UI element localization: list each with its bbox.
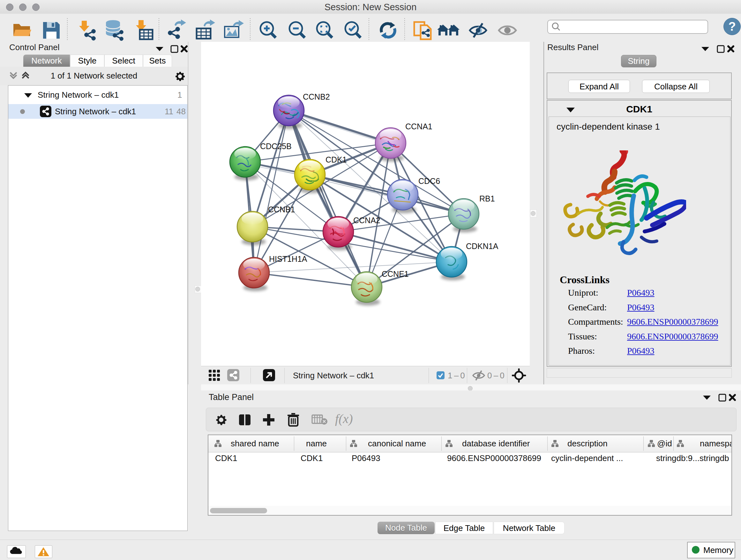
svg-text:HIST1H1A: HIST1H1A xyxy=(269,254,307,263)
svg-text:CCNB1: CCNB1 xyxy=(268,205,295,214)
svg-text:RB1: RB1 xyxy=(479,194,495,203)
svg-text:CCNA1: CCNA1 xyxy=(405,122,432,131)
svg-text:CCNA2: CCNA2 xyxy=(353,216,381,225)
svg-text:CDK1: CDK1 xyxy=(326,155,347,164)
svg-text:CDC6: CDC6 xyxy=(418,177,440,186)
svg-text:CDKN1A: CDKN1A xyxy=(466,242,498,251)
svg-text:CDC25B: CDC25B xyxy=(260,142,292,151)
svg-text:CCNE1: CCNE1 xyxy=(382,269,409,278)
svg-text:CCNB2: CCNB2 xyxy=(303,92,330,101)
